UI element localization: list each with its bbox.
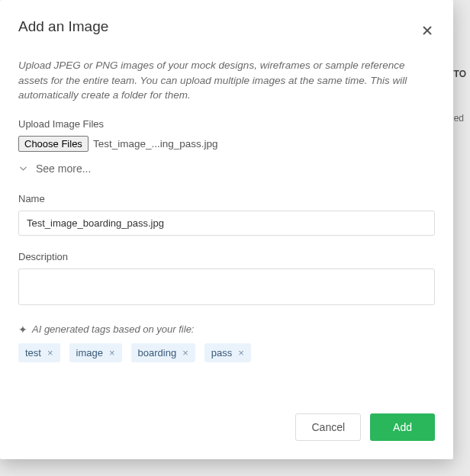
close-icon bbox=[421, 24, 433, 37]
description-input[interactable] bbox=[18, 269, 435, 305]
tag-remove-icon[interactable]: × bbox=[109, 348, 115, 358]
tag-remove-icon[interactable]: × bbox=[238, 348, 244, 358]
modal-footer: Cancel Add bbox=[18, 395, 435, 441]
tag-label: test bbox=[25, 347, 41, 359]
tag-item[interactable]: boarding × bbox=[131, 343, 195, 362]
tag-remove-icon[interactable]: × bbox=[47, 348, 53, 358]
tag-remove-icon[interactable]: × bbox=[182, 348, 188, 358]
background-fragment: TO bbox=[454, 69, 466, 79]
description-field-label: Description bbox=[18, 251, 435, 262]
background-fragment: ed bbox=[454, 113, 464, 124]
tag-label: boarding bbox=[138, 347, 177, 359]
add-image-modal: Add an Image Upload JPEG or PNG images o… bbox=[0, 0, 453, 459]
tag-item[interactable]: test × bbox=[18, 343, 60, 362]
modal-title: Add an Image bbox=[18, 18, 108, 35]
choose-files-button[interactable]: Choose Files bbox=[18, 136, 89, 152]
chevron-down-icon bbox=[18, 163, 28, 173]
name-field-label: Name bbox=[18, 193, 435, 204]
sparkle-icon: ✦ bbox=[18, 323, 27, 336]
tags-container: test × image × boarding × pass × bbox=[18, 343, 435, 362]
tag-label: pass bbox=[211, 347, 232, 359]
upload-files-label: Upload Image Files bbox=[18, 118, 435, 130]
ai-tags-label-text: AI generated tags based on your file: bbox=[32, 323, 194, 335]
add-button[interactable]: Add bbox=[370, 413, 435, 441]
close-button[interactable] bbox=[420, 23, 435, 38]
modal-intro-text: Upload JPEG or PNG images of your mock d… bbox=[18, 58, 435, 103]
tag-item[interactable]: pass × bbox=[204, 343, 251, 362]
selected-file-name: Test_image_...ing_pass.jpg bbox=[93, 138, 218, 150]
see-more-toggle[interactable]: See more... bbox=[18, 162, 435, 175]
tag-label: image bbox=[76, 347, 103, 359]
see-more-label: See more... bbox=[36, 162, 91, 175]
file-input-row: Choose Files Test_image_...ing_pass.jpg bbox=[18, 136, 435, 152]
modal-header: Add an Image bbox=[18, 18, 435, 38]
name-input[interactable] bbox=[18, 211, 435, 236]
tag-item[interactable]: image × bbox=[69, 343, 122, 362]
cancel-button[interactable]: Cancel bbox=[295, 413, 361, 441]
ai-tags-heading: ✦ AI generated tags based on your file: bbox=[18, 323, 435, 336]
